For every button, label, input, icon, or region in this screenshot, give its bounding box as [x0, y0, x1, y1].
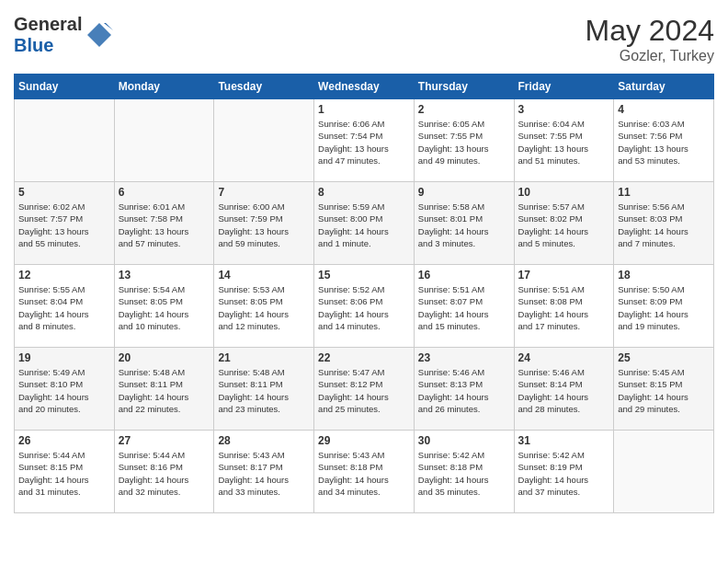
- calendar-cell: [15, 99, 115, 182]
- calendar-cell: 13Sunrise: 5:54 AM Sunset: 8:05 PM Dayli…: [114, 265, 214, 348]
- calendar-cell: 29Sunrise: 5:43 AM Sunset: 8:18 PM Dayli…: [314, 431, 415, 513]
- calendar-week-row: 5Sunrise: 6:02 AM Sunset: 7:57 PM Daylig…: [15, 182, 714, 265]
- calendar-cell: 22Sunrise: 5:47 AM Sunset: 8:12 PM Dayli…: [314, 348, 415, 431]
- logo-blue-text: Blue: [14, 35, 53, 55]
- calendar-cell: 7Sunrise: 6:00 AM Sunset: 7:59 PM Daylig…: [214, 182, 314, 265]
- logo: General Blue: [14, 14, 113, 56]
- day-number: 26: [18, 434, 110, 447]
- day-number: 25: [618, 351, 710, 364]
- calendar-cell: 9Sunrise: 5:58 AM Sunset: 8:01 PM Daylig…: [414, 182, 514, 265]
- day-info: Sunrise: 5:55 AM Sunset: 8:04 PM Dayligh…: [18, 283, 110, 332]
- day-info: Sunrise: 6:06 AM Sunset: 7:54 PM Dayligh…: [318, 118, 410, 167]
- calendar-cell: 18Sunrise: 5:50 AM Sunset: 8:09 PM Dayli…: [614, 265, 714, 348]
- title-block: May 2024 Gozler, Turkey: [585, 14, 714, 64]
- day-info: Sunrise: 5:43 AM Sunset: 8:18 PM Dayligh…: [318, 449, 410, 498]
- weekday-header: Tuesday: [214, 75, 314, 99]
- day-number: 23: [418, 351, 510, 364]
- day-number: 11: [618, 186, 710, 199]
- calendar-cell: 26Sunrise: 5:44 AM Sunset: 8:15 PM Dayli…: [15, 431, 115, 513]
- day-info: Sunrise: 6:02 AM Sunset: 7:57 PM Dayligh…: [18, 201, 110, 249]
- day-number: 2: [418, 103, 510, 116]
- day-number: 16: [418, 269, 510, 282]
- day-info: Sunrise: 5:43 AM Sunset: 8:17 PM Dayligh…: [218, 449, 310, 498]
- logo-general-text: General: [14, 14, 82, 34]
- day-info: Sunrise: 5:44 AM Sunset: 8:15 PM Dayligh…: [18, 449, 110, 498]
- day-number: 9: [418, 186, 510, 199]
- calendar-cell: 15Sunrise: 5:52 AM Sunset: 8:06 PM Dayli…: [314, 265, 415, 348]
- weekday-header: Friday: [514, 75, 614, 99]
- day-number: 15: [318, 269, 410, 282]
- calendar-cell: 11Sunrise: 5:56 AM Sunset: 8:03 PM Dayli…: [614, 182, 714, 265]
- calendar-cell: 14Sunrise: 5:53 AM Sunset: 8:05 PM Dayli…: [214, 265, 314, 348]
- day-info: Sunrise: 5:49 AM Sunset: 8:10 PM Dayligh…: [18, 366, 110, 415]
- logo-icon: [85, 21, 113, 49]
- calendar-week-row: 1Sunrise: 6:06 AM Sunset: 7:54 PM Daylig…: [15, 99, 714, 182]
- day-number: 12: [18, 269, 110, 282]
- day-info: Sunrise: 6:04 AM Sunset: 7:55 PM Dayligh…: [518, 118, 610, 167]
- day-info: Sunrise: 5:53 AM Sunset: 8:05 PM Dayligh…: [218, 283, 310, 332]
- weekday-header: Sunday: [15, 75, 115, 99]
- day-number: 3: [518, 103, 610, 116]
- day-number: 30: [418, 434, 510, 447]
- calendar-cell: 27Sunrise: 5:44 AM Sunset: 8:16 PM Dayli…: [114, 431, 214, 513]
- calendar-cell: 16Sunrise: 5:51 AM Sunset: 8:07 PM Dayli…: [414, 265, 514, 348]
- weekday-header: Monday: [114, 75, 214, 99]
- calendar-week-row: 12Sunrise: 5:55 AM Sunset: 8:04 PM Dayli…: [15, 265, 714, 348]
- day-info: Sunrise: 5:44 AM Sunset: 8:16 PM Dayligh…: [119, 449, 210, 498]
- calendar-cell: [114, 99, 214, 182]
- day-info: Sunrise: 5:51 AM Sunset: 8:07 PM Dayligh…: [418, 283, 510, 332]
- weekday-header-row: SundayMondayTuesdayWednesdayThursdayFrid…: [15, 75, 714, 99]
- day-info: Sunrise: 5:45 AM Sunset: 8:15 PM Dayligh…: [618, 366, 710, 415]
- day-number: 31: [518, 434, 610, 447]
- calendar-table: SundayMondayTuesdayWednesdayThursdayFrid…: [14, 74, 714, 513]
- calendar-cell: 17Sunrise: 5:51 AM Sunset: 8:08 PM Dayli…: [514, 265, 614, 348]
- day-info: Sunrise: 6:05 AM Sunset: 7:55 PM Dayligh…: [418, 118, 510, 167]
- day-info: Sunrise: 5:42 AM Sunset: 8:19 PM Dayligh…: [518, 449, 610, 498]
- day-number: 6: [119, 186, 210, 199]
- day-info: Sunrise: 5:50 AM Sunset: 8:09 PM Dayligh…: [618, 283, 710, 332]
- day-info: Sunrise: 5:57 AM Sunset: 8:02 PM Dayligh…: [518, 201, 610, 249]
- day-info: Sunrise: 5:56 AM Sunset: 8:03 PM Dayligh…: [618, 201, 710, 249]
- calendar-cell: 28Sunrise: 5:43 AM Sunset: 8:17 PM Dayli…: [214, 431, 314, 513]
- day-number: 8: [318, 186, 410, 199]
- day-number: 18: [618, 269, 710, 282]
- day-number: 4: [618, 103, 710, 116]
- calendar-cell: [614, 431, 714, 513]
- day-info: Sunrise: 5:46 AM Sunset: 8:14 PM Dayligh…: [518, 366, 610, 415]
- calendar-cell: 3Sunrise: 6:04 AM Sunset: 7:55 PM Daylig…: [514, 99, 614, 182]
- calendar-cell: 1Sunrise: 6:06 AM Sunset: 7:54 PM Daylig…: [314, 99, 415, 182]
- day-info: Sunrise: 5:52 AM Sunset: 8:06 PM Dayligh…: [318, 283, 410, 332]
- day-number: 1: [318, 103, 410, 116]
- weekday-header: Wednesday: [314, 75, 415, 99]
- calendar-cell: 25Sunrise: 5:45 AM Sunset: 8:15 PM Dayli…: [614, 348, 714, 431]
- day-info: Sunrise: 5:42 AM Sunset: 8:18 PM Dayligh…: [418, 449, 510, 498]
- calendar-cell: 4Sunrise: 6:03 AM Sunset: 7:56 PM Daylig…: [614, 99, 714, 182]
- calendar-cell: 19Sunrise: 5:49 AM Sunset: 8:10 PM Dayli…: [15, 348, 115, 431]
- svg-marker-0: [87, 23, 111, 47]
- calendar-cell: 8Sunrise: 5:59 AM Sunset: 8:00 PM Daylig…: [314, 182, 415, 265]
- day-number: 10: [518, 186, 610, 199]
- calendar-cell: 6Sunrise: 6:01 AM Sunset: 7:58 PM Daylig…: [114, 182, 214, 265]
- calendar-cell: 23Sunrise: 5:46 AM Sunset: 8:13 PM Dayli…: [414, 348, 514, 431]
- day-info: Sunrise: 5:48 AM Sunset: 8:11 PM Dayligh…: [119, 366, 210, 415]
- weekday-header: Thursday: [414, 75, 514, 99]
- day-number: 21: [218, 351, 310, 364]
- day-info: Sunrise: 5:47 AM Sunset: 8:12 PM Dayligh…: [318, 366, 410, 415]
- weekday-header: Saturday: [614, 75, 714, 99]
- day-number: 13: [119, 269, 210, 282]
- day-number: 20: [119, 351, 210, 364]
- day-info: Sunrise: 5:54 AM Sunset: 8:05 PM Dayligh…: [119, 283, 210, 332]
- day-info: Sunrise: 5:51 AM Sunset: 8:08 PM Dayligh…: [518, 283, 610, 332]
- location-subtitle: Gozler, Turkey: [585, 48, 714, 64]
- day-number: 5: [18, 186, 110, 199]
- day-number: 22: [318, 351, 410, 364]
- calendar-cell: 31Sunrise: 5:42 AM Sunset: 8:19 PM Dayli…: [514, 431, 614, 513]
- calendar-cell: 30Sunrise: 5:42 AM Sunset: 8:18 PM Dayli…: [414, 431, 514, 513]
- page-header: General Blue May 2024 Gozler, Turkey: [14, 14, 714, 64]
- calendar-cell: [214, 99, 314, 182]
- day-number: 29: [318, 434, 410, 447]
- day-number: 7: [218, 186, 310, 199]
- day-number: 19: [18, 351, 110, 364]
- calendar-cell: 24Sunrise: 5:46 AM Sunset: 8:14 PM Dayli…: [514, 348, 614, 431]
- calendar-week-row: 19Sunrise: 5:49 AM Sunset: 8:10 PM Dayli…: [15, 348, 714, 431]
